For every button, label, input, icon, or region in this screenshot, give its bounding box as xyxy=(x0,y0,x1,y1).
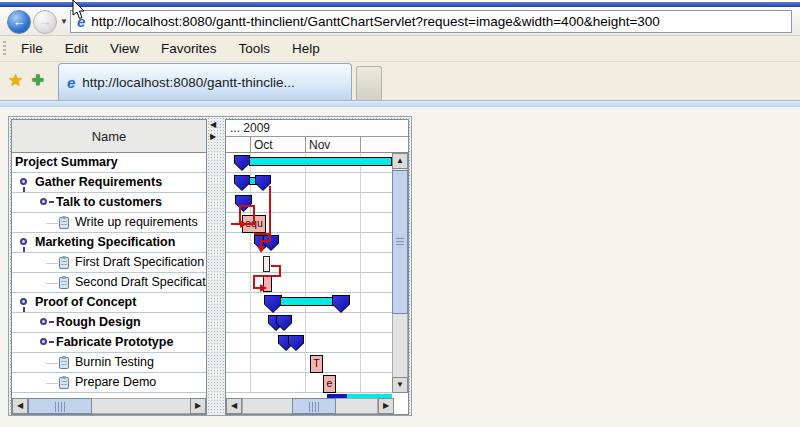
chart-canvas[interactable]: equTe xyxy=(226,153,392,393)
chart-hscroll-right-button[interactable]: ▶ xyxy=(378,398,394,414)
tree-item-burnin-testing[interactable]: Burnin Testing xyxy=(12,353,206,373)
hscroll-thumb[interactable] xyxy=(28,398,92,414)
tree-connector-line xyxy=(46,363,58,364)
hscroll-left-button[interactable]: ◀ xyxy=(12,398,28,414)
menu-bar: FileEditViewFavoritesToolsHelp xyxy=(0,36,800,62)
gantt-applet: Name Project SummaryGather RequirementsT… xyxy=(8,116,412,416)
timeline-month-row: OctNov xyxy=(226,136,408,153)
milestone-icon[interactable] xyxy=(263,235,279,251)
menu-view[interactable]: View xyxy=(99,38,150,59)
tree-connector-line xyxy=(46,383,58,384)
hscroll-right-button[interactable]: ▶ xyxy=(190,398,206,414)
tree-node-expanded-icon[interactable] xyxy=(20,298,27,305)
task-label-box[interactable]: T xyxy=(310,355,323,373)
tree-item-label: Rough Design xyxy=(56,313,141,332)
tree-item-proof-of-concept[interactable]: Proof of Concept xyxy=(12,293,206,313)
tree-item-talk-to-customers[interactable]: Talk to customers xyxy=(12,193,206,213)
chart-hscroll-left-button[interactable]: ◀ xyxy=(226,398,242,414)
menu-favorites[interactable]: Favorites xyxy=(150,38,228,59)
tree-connector-line xyxy=(46,263,58,264)
tree-item-label: First Draft Specification xyxy=(75,253,204,272)
tree-item-gather-requirements[interactable]: Gather Requirements xyxy=(12,173,206,193)
tree-item-marketing-specification[interactable]: Marketing Specification xyxy=(12,233,206,253)
chart-hscroll-thumb[interactable] xyxy=(292,398,336,414)
tree-node-icon[interactable] xyxy=(40,338,47,345)
task-leaf-icon xyxy=(59,257,69,269)
tree-item-label: Fabricate Prototype xyxy=(56,333,173,352)
split-pane-divider[interactable]: ◀ ▶ xyxy=(207,119,225,415)
name-column-header: Name xyxy=(12,120,206,153)
menu-help[interactable]: Help xyxy=(281,38,331,59)
timeline-header: ... 2009 OctNov xyxy=(226,120,408,153)
tree-item-fabricate-prototype[interactable]: Fabricate Prototype xyxy=(12,333,206,353)
month-label-nov: Nov xyxy=(309,138,330,152)
tree-item-prepare-demo[interactable]: Prepare Demo xyxy=(12,373,206,393)
tree-item-label: Burnin Testing xyxy=(75,353,154,372)
history-dropdown-icon[interactable]: ▼ xyxy=(60,17,68,26)
toolbar-grip[interactable] xyxy=(3,41,6,57)
tree-item-project-summary[interactable]: Project Summary xyxy=(12,153,206,173)
task-name-panel: Name Project SummaryGather RequirementsT… xyxy=(11,119,207,415)
window-top-edge xyxy=(0,2,800,7)
splitter-collapse-right-icon[interactable]: ▶ xyxy=(210,133,216,141)
vscroll-down-button[interactable]: ▼ xyxy=(392,377,408,393)
task-leaf-icon xyxy=(59,357,69,369)
dependency-link xyxy=(253,275,281,277)
month-boundary-line xyxy=(250,137,251,154)
month-label-oct: Oct xyxy=(254,138,273,152)
milestone-icon[interactable] xyxy=(288,335,304,351)
dependency-arrowhead xyxy=(260,284,267,292)
tree-item-label: Project Summary xyxy=(15,153,118,172)
timeline-year-label: ... 2009 xyxy=(230,121,270,135)
task-bar[interactable] xyxy=(263,256,270,272)
menu-tools[interactable]: Tools xyxy=(228,38,282,59)
grid-month-line xyxy=(360,153,361,393)
tree-connector-line xyxy=(46,283,58,284)
gantt-chart-panel: ... 2009 OctNov equTe ▲ ▼ ◀ ▶ xyxy=(225,119,409,415)
task-label-box[interactable]: e xyxy=(323,375,336,393)
grid-month-line xyxy=(250,153,251,393)
task-leaf-icon xyxy=(59,277,69,289)
vscroll-up-button[interactable]: ▲ xyxy=(392,153,408,169)
milestone-icon[interactable] xyxy=(234,155,250,171)
tab-active[interactable]: e http://localhost:8080/gantt-thinclie..… xyxy=(58,63,352,100)
add-favorite-icon[interactable]: ✚ xyxy=(32,72,44,88)
menu-edit[interactable]: Edit xyxy=(54,38,99,59)
tree-node-expanded-icon[interactable] xyxy=(20,178,27,185)
tab-bar-bottom-band xyxy=(0,100,800,107)
tree-item-label: Talk to customers xyxy=(56,193,162,212)
tree-item-write-up-requirements[interactable]: Write up requirements xyxy=(12,213,206,233)
tree-item-first-draft-specification[interactable]: First Draft Specification xyxy=(12,253,206,273)
forward-button[interactable]: → xyxy=(33,10,57,34)
tree-item-label: Prepare Demo xyxy=(75,373,156,392)
tab-page-icon: e xyxy=(67,74,75,91)
address-bar[interactable]: e http://localhost:8080/gantt-thinclient… xyxy=(70,10,792,33)
menu-file[interactable]: File xyxy=(10,38,54,59)
mouse-cursor-icon xyxy=(70,0,86,20)
task-leaf-icon xyxy=(59,377,69,389)
tree-item-rough-design[interactable]: Rough Design xyxy=(12,313,206,333)
splitter-collapse-left-icon[interactable]: ◀ xyxy=(210,121,216,129)
tree-node-icon[interactable] xyxy=(40,318,47,325)
tree-item-label: Marketing Specification xyxy=(35,233,175,252)
milestone-icon[interactable] xyxy=(332,295,350,313)
tree-item-label: Write up requirements xyxy=(75,213,198,232)
tree-item-second-draft-specificati[interactable]: Second Draft Specificati.. xyxy=(12,273,206,293)
tree-item-label: Second Draft Specificati.. xyxy=(75,273,206,292)
dependency-arrowhead xyxy=(240,220,247,228)
dependency-arrowhead xyxy=(257,246,265,253)
grid-month-line xyxy=(305,153,306,393)
summary-bar[interactable] xyxy=(249,157,392,166)
tab-bar: ★ ✚ e http://localhost:8080/gantt-thincl… xyxy=(0,62,800,107)
vscroll-thumb[interactable] xyxy=(392,170,408,314)
summary-bar[interactable] xyxy=(280,297,334,306)
favorites-star-icon[interactable]: ★ xyxy=(8,70,23,91)
url-text[interactable]: http://localhost:8080/gantt-thinclient/G… xyxy=(91,14,660,29)
milestone-icon[interactable] xyxy=(234,175,250,191)
new-tab-button[interactable] xyxy=(356,66,382,100)
tree-node-expanded-icon[interactable] xyxy=(20,238,27,245)
month-boundary-line xyxy=(360,137,361,154)
tree-item-label: Proof of Concept xyxy=(35,293,136,312)
back-button[interactable]: ← xyxy=(7,10,31,34)
tree-node-icon[interactable] xyxy=(40,198,47,205)
